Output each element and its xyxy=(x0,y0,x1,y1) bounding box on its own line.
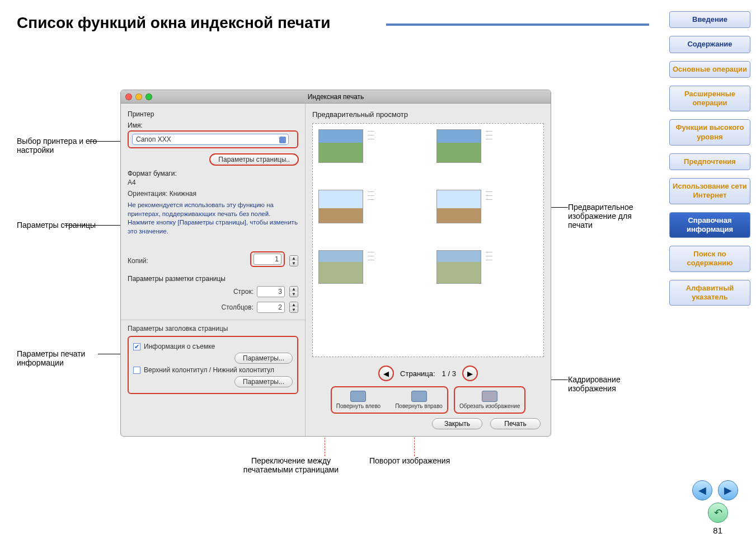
thumbnail: —————— xyxy=(318,190,420,240)
tab-reference[interactable]: Справочная информация xyxy=(669,212,750,238)
rows-spinner[interactable]: ▲▼ xyxy=(289,286,298,297)
close-button[interactable]: Закрыть xyxy=(432,418,482,429)
leader-line xyxy=(64,225,129,226)
right-pane: Предварительный просмотр —————— —————— —… xyxy=(306,104,551,436)
header-section-label: Параметры заголовка страницы xyxy=(128,325,298,332)
header-footer-label: Верхний колонтитул / Нижний колонтитул xyxy=(144,366,274,374)
cols-spinner[interactable]: ▲▼ xyxy=(289,302,298,313)
cols-label: Столбцов: xyxy=(222,303,253,311)
printer-label: Принтер xyxy=(128,110,298,118)
callout-print-info: Параметры печати информации xyxy=(17,349,112,367)
cols-input[interactable]: 2 xyxy=(257,302,285,313)
orientation-value: Ориентация: Книжная xyxy=(128,190,298,198)
nav-pager: ◀ ▶ xyxy=(692,480,738,500)
shooting-info-label: Информация о съемке xyxy=(144,343,215,350)
tab-preferences[interactable]: Предпочтения xyxy=(669,153,750,170)
copies-label: Копий: xyxy=(128,257,148,265)
left-pane: Принтер Имя: Canon XXX Параметры страниц… xyxy=(121,104,306,436)
tab-contents[interactable]: Содержание xyxy=(669,36,750,53)
window-title: Индексная печать xyxy=(121,93,551,101)
tab-basic-ops[interactable]: Основные операции xyxy=(669,61,750,78)
rows-label: Строк: xyxy=(233,288,253,296)
crop-button[interactable]: Обрезать изображение xyxy=(456,388,523,411)
page-number: 81 xyxy=(713,526,722,534)
thumbnail: —————— xyxy=(436,129,538,180)
titlebar: Индексная печать xyxy=(121,90,551,104)
callout-preview: Предварительное изображение для печати xyxy=(568,203,658,229)
tab-index[interactable]: Алфавитный указатель xyxy=(669,280,750,306)
thumbnail: —————— xyxy=(436,190,538,240)
thumbnail: —————— xyxy=(436,250,538,301)
tab-search[interactable]: Поиск по содержанию xyxy=(669,246,750,272)
margin-note: Не рекомендуется использовать эту функци… xyxy=(128,201,298,236)
printer-select[interactable]: Canon XXX xyxy=(132,134,289,145)
preview-label: Предварительный просмотр xyxy=(312,110,544,119)
headerfooter-params-button[interactable]: Параметры... xyxy=(234,376,293,387)
callout-trimming: Кадрирование изображения xyxy=(568,375,658,393)
rotate-left-label: Повернуть влево xyxy=(336,403,381,409)
preview-area: —————— —————— —————— —————— —————— —————… xyxy=(312,123,544,357)
page-indicator-value: 1 / 3 xyxy=(442,369,456,378)
page-prev-button[interactable]: ◀ xyxy=(379,366,393,381)
paper-label: Формат бумаги: xyxy=(128,170,298,177)
thumbnail: —————— xyxy=(318,250,420,301)
page-title: Список функций окна индексной печати xyxy=(17,14,330,32)
rotate-right-label: Повернуть вправо xyxy=(395,403,443,409)
nav-next-icon[interactable]: ▶ xyxy=(718,480,738,500)
callout-rotate: Поворот изображения xyxy=(369,456,481,465)
tab-advanced-ops[interactable]: Расширенные операции xyxy=(669,86,750,112)
rotate-right-icon xyxy=(411,391,427,402)
shooting-params-button[interactable]: Параметры... xyxy=(234,353,293,364)
copies-spinner[interactable]: ▲▼ xyxy=(289,255,298,266)
rotate-right-button[interactable]: Повернуть вправо xyxy=(392,388,446,411)
rotate-left-button[interactable]: Повернуть влево xyxy=(333,388,384,411)
nav-prev-icon[interactable]: ◀ xyxy=(692,480,712,500)
title-rule xyxy=(386,24,649,26)
page-indicator-label: Страница: xyxy=(400,369,435,378)
layout-label: Параметры разметки страницы xyxy=(128,275,298,283)
index-print-dialog: Индексная печать Принтер Имя: Canon XXX … xyxy=(120,90,551,437)
crop-label: Обрезать изображение xyxy=(459,403,520,409)
tab-intro[interactable]: Введение xyxy=(669,11,750,28)
print-button[interactable]: Печать xyxy=(490,418,541,429)
crop-icon xyxy=(482,391,497,402)
header-footer-checkbox[interactable] xyxy=(133,367,140,374)
sidebar: Введение Содержание Основные операции Ра… xyxy=(669,11,750,306)
callout-page-switch: Переключение между печатаемыми страницам… xyxy=(229,456,353,474)
nav-back-icon[interactable]: ↶ xyxy=(708,503,728,523)
name-label: Имя: xyxy=(128,121,298,129)
shooting-info-checkbox[interactable]: ✔ xyxy=(133,343,140,350)
tab-high-level[interactable]: Функции высокого уровня xyxy=(669,119,750,146)
page-setup-button[interactable]: Параметры страницы.. xyxy=(210,154,298,165)
rows-input[interactable]: 3 xyxy=(257,286,285,297)
page-next-button[interactable]: ▶ xyxy=(463,366,477,381)
paper-value: A4 xyxy=(128,179,298,186)
thumbnail: —————— xyxy=(318,129,420,180)
copies-input[interactable]: 1 xyxy=(253,254,281,265)
callout-printer-select: Выбор принтера и его настройки xyxy=(17,137,112,154)
rotate-left-icon xyxy=(350,391,366,402)
tab-internet[interactable]: Использование сети Интернет xyxy=(669,178,750,204)
